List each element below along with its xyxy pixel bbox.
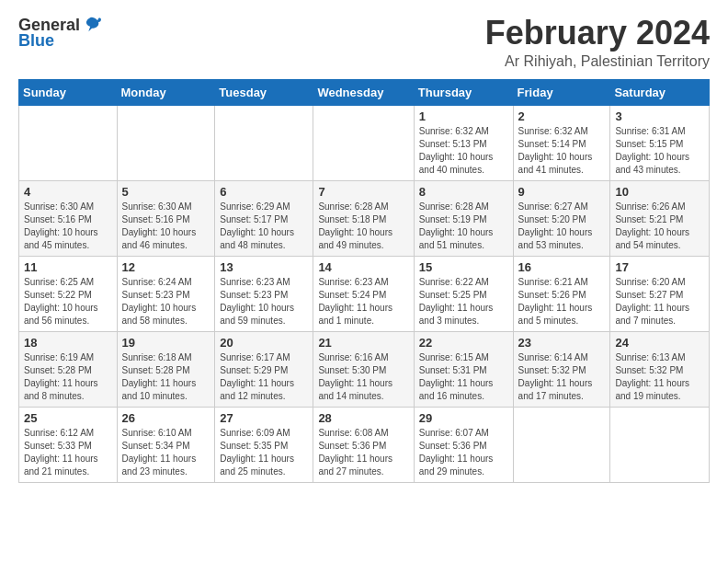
day-number: 6 <box>220 185 308 199</box>
calendar-cell: 23Sunrise: 6:14 AM Sunset: 5:32 PM Dayli… <box>513 331 610 407</box>
day-number: 4 <box>24 185 112 199</box>
day-info: Sunrise: 6:18 AM Sunset: 5:28 PM Dayligh… <box>122 351 210 403</box>
day-number: 21 <box>318 336 408 350</box>
day-info: Sunrise: 6:16 AM Sunset: 5:30 PM Dayligh… <box>318 351 408 403</box>
calendar-cell: 10Sunrise: 6:26 AM Sunset: 5:21 PM Dayli… <box>610 180 710 256</box>
day-number: 7 <box>318 185 408 199</box>
calendar-cell: 19Sunrise: 6:18 AM Sunset: 5:28 PM Dayli… <box>117 331 215 407</box>
calendar-cell: 5Sunrise: 6:30 AM Sunset: 5:16 PM Daylig… <box>117 180 215 256</box>
calendar-cell: 3Sunrise: 6:31 AM Sunset: 5:15 PM Daylig… <box>610 105 710 180</box>
weekday-header-row: SundayMondayTuesdayWednesdayThursdayFrid… <box>19 79 710 105</box>
day-info: Sunrise: 6:32 AM Sunset: 5:14 PM Dayligh… <box>518 125 606 177</box>
day-info: Sunrise: 6:23 AM Sunset: 5:24 PM Dayligh… <box>318 276 408 327</box>
calendar-cell: 12Sunrise: 6:24 AM Sunset: 5:23 PM Dayli… <box>117 256 215 331</box>
calendar-cell: 14Sunrise: 6:23 AM Sunset: 5:24 PM Dayli… <box>313 256 414 331</box>
day-number: 25 <box>24 411 112 425</box>
calendar-cell: 17Sunrise: 6:20 AM Sunset: 5:27 PM Dayli… <box>610 256 710 331</box>
calendar-cell: 1Sunrise: 6:32 AM Sunset: 5:13 PM Daylig… <box>414 105 513 180</box>
calendar-week-row: 18Sunrise: 6:19 AM Sunset: 5:28 PM Dayli… <box>19 331 710 407</box>
day-number: 27 <box>220 411 308 425</box>
day-number: 13 <box>220 260 308 274</box>
day-number: 19 <box>122 336 210 350</box>
calendar-week-row: 1Sunrise: 6:32 AM Sunset: 5:13 PM Daylig… <box>19 105 710 180</box>
calendar-week-row: 11Sunrise: 6:25 AM Sunset: 5:22 PM Dayli… <box>19 256 710 331</box>
day-info: Sunrise: 6:26 AM Sunset: 5:21 PM Dayligh… <box>615 201 704 252</box>
day-number: 22 <box>419 336 508 350</box>
day-number: 15 <box>419 260 508 274</box>
day-number: 5 <box>122 185 210 199</box>
calendar-week-row: 25Sunrise: 6:12 AM Sunset: 5:33 PM Dayli… <box>19 407 710 482</box>
day-info: Sunrise: 6:13 AM Sunset: 5:32 PM Dayligh… <box>615 351 704 403</box>
calendar-cell: 4Sunrise: 6:30 AM Sunset: 5:16 PM Daylig… <box>19 180 118 256</box>
day-info: Sunrise: 6:32 AM Sunset: 5:13 PM Dayligh… <box>419 125 508 177</box>
weekday-header-thursday: Thursday <box>414 79 513 105</box>
weekday-header-wednesday: Wednesday <box>313 79 414 105</box>
calendar-cell: 6Sunrise: 6:29 AM Sunset: 5:17 PM Daylig… <box>215 180 313 256</box>
calendar-cell <box>19 105 118 180</box>
day-info: Sunrise: 6:22 AM Sunset: 5:25 PM Dayligh… <box>419 276 508 327</box>
day-number: 2 <box>518 109 606 123</box>
day-info: Sunrise: 6:08 AM Sunset: 5:36 PM Dayligh… <box>318 427 408 478</box>
page-header: General Blue February 2024 Ar Rihiyah, P… <box>18 15 710 70</box>
weekday-header-saturday: Saturday <box>610 79 710 105</box>
day-info: Sunrise: 6:29 AM Sunset: 5:17 PM Dayligh… <box>220 201 308 252</box>
calendar-cell: 13Sunrise: 6:23 AM Sunset: 5:23 PM Dayli… <box>215 256 313 331</box>
calendar-cell <box>610 407 710 482</box>
day-number: 3 <box>615 109 704 123</box>
calendar-cell: 24Sunrise: 6:13 AM Sunset: 5:32 PM Dayli… <box>610 331 710 407</box>
day-info: Sunrise: 6:10 AM Sunset: 5:34 PM Dayligh… <box>122 427 210 478</box>
day-number: 14 <box>318 260 408 274</box>
day-number: 18 <box>24 336 112 350</box>
day-info: Sunrise: 6:17 AM Sunset: 5:29 PM Dayligh… <box>220 351 308 403</box>
weekday-header-friday: Friday <box>513 79 610 105</box>
day-info: Sunrise: 6:27 AM Sunset: 5:20 PM Dayligh… <box>518 201 606 252</box>
day-info: Sunrise: 6:09 AM Sunset: 5:35 PM Dayligh… <box>220 427 308 478</box>
calendar-cell: 18Sunrise: 6:19 AM Sunset: 5:28 PM Dayli… <box>19 331 118 407</box>
calendar-cell: 2Sunrise: 6:32 AM Sunset: 5:14 PM Daylig… <box>513 105 610 180</box>
day-number: 24 <box>615 336 704 350</box>
day-number: 26 <box>122 411 210 425</box>
month-title: February 2024 <box>485 15 710 52</box>
calendar-cell: 7Sunrise: 6:28 AM Sunset: 5:18 PM Daylig… <box>313 180 414 256</box>
day-number: 16 <box>518 260 606 274</box>
calendar-cell <box>313 105 414 180</box>
day-info: Sunrise: 6:28 AM Sunset: 5:18 PM Dayligh… <box>318 201 408 252</box>
day-info: Sunrise: 6:28 AM Sunset: 5:19 PM Dayligh… <box>419 201 508 252</box>
calendar-cell: 20Sunrise: 6:17 AM Sunset: 5:29 PM Dayli… <box>215 331 313 407</box>
logo-bird-icon <box>82 15 102 35</box>
calendar-cell: 26Sunrise: 6:10 AM Sunset: 5:34 PM Dayli… <box>117 407 215 482</box>
day-info: Sunrise: 6:24 AM Sunset: 5:23 PM Dayligh… <box>122 276 210 327</box>
day-number: 1 <box>419 109 508 123</box>
day-info: Sunrise: 6:14 AM Sunset: 5:32 PM Dayligh… <box>518 351 606 403</box>
day-info: Sunrise: 6:30 AM Sunset: 5:16 PM Dayligh… <box>122 201 210 252</box>
day-info: Sunrise: 6:21 AM Sunset: 5:26 PM Dayligh… <box>518 276 606 327</box>
day-info: Sunrise: 6:19 AM Sunset: 5:28 PM Dayligh… <box>24 351 112 403</box>
day-info: Sunrise: 6:20 AM Sunset: 5:27 PM Dayligh… <box>615 276 704 327</box>
day-number: 23 <box>518 336 606 350</box>
day-info: Sunrise: 6:07 AM Sunset: 5:36 PM Dayligh… <box>419 427 508 478</box>
calendar-table: SundayMondayTuesdayWednesdayThursdayFrid… <box>18 79 710 483</box>
weekday-header-tuesday: Tuesday <box>215 79 313 105</box>
weekday-header-sunday: Sunday <box>19 79 118 105</box>
day-number: 17 <box>615 260 704 274</box>
calendar-cell: 11Sunrise: 6:25 AM Sunset: 5:22 PM Dayli… <box>19 256 118 331</box>
calendar-cell: 16Sunrise: 6:21 AM Sunset: 5:26 PM Dayli… <box>513 256 610 331</box>
day-number: 10 <box>615 185 704 199</box>
day-info: Sunrise: 6:30 AM Sunset: 5:16 PM Dayligh… <box>24 201 112 252</box>
calendar-cell: 21Sunrise: 6:16 AM Sunset: 5:30 PM Dayli… <box>313 331 414 407</box>
calendar-cell: 25Sunrise: 6:12 AM Sunset: 5:33 PM Dayli… <box>19 407 118 482</box>
location-title: Ar Rihiyah, Palestinian Territory <box>485 53 710 70</box>
weekday-header-monday: Monday <box>117 79 215 105</box>
day-info: Sunrise: 6:15 AM Sunset: 5:31 PM Dayligh… <box>419 351 508 403</box>
calendar-cell <box>513 407 610 482</box>
logo: General Blue <box>18 15 102 51</box>
day-info: Sunrise: 6:23 AM Sunset: 5:23 PM Dayligh… <box>220 276 308 327</box>
day-number: 12 <box>122 260 210 274</box>
day-number: 11 <box>24 260 112 274</box>
calendar-cell: 8Sunrise: 6:28 AM Sunset: 5:19 PM Daylig… <box>414 180 513 256</box>
title-area: February 2024 Ar Rihiyah, Palestinian Te… <box>485 15 710 70</box>
calendar-cell <box>117 105 215 180</box>
day-info: Sunrise: 6:12 AM Sunset: 5:33 PM Dayligh… <box>24 427 112 478</box>
day-info: Sunrise: 6:25 AM Sunset: 5:22 PM Dayligh… <box>24 276 112 327</box>
calendar-cell <box>215 105 313 180</box>
